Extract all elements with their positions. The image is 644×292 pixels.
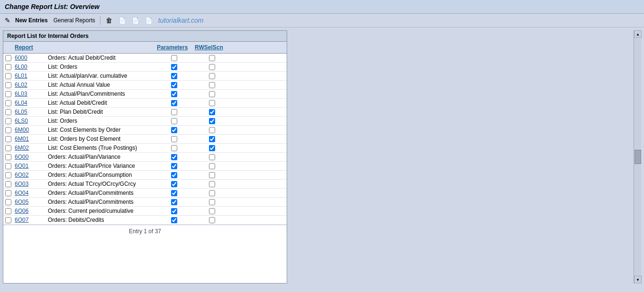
- rwsel-checkbox[interactable]: [193, 180, 231, 188]
- report-code[interactable]: 6L00: [13, 63, 46, 71]
- row-select-checkbox[interactable]: [3, 99, 13, 107]
- report-code[interactable]: 6L02: [13, 81, 46, 89]
- report-code[interactable]: 6O07: [13, 216, 46, 224]
- param-checkbox[interactable]: [155, 90, 193, 98]
- param-checkbox[interactable]: [155, 198, 193, 206]
- row-select-checkbox[interactable]: [3, 81, 13, 89]
- row-select-checkbox[interactable]: [3, 198, 13, 206]
- param-checkbox[interactable]: [155, 99, 193, 107]
- report-code[interactable]: 6O04: [13, 189, 46, 197]
- param-checkbox[interactable]: [155, 180, 193, 188]
- rwsel-checkbox[interactable]: [193, 63, 231, 71]
- row-select-checkbox[interactable]: [3, 180, 13, 188]
- rwsel-checkbox[interactable]: [193, 72, 231, 80]
- rwsel-checkbox[interactable]: [193, 126, 231, 134]
- row-select-checkbox[interactable]: [3, 207, 13, 215]
- param-checkbox[interactable]: [155, 207, 193, 215]
- copy-button-2[interactable]: 📄: [130, 16, 141, 25]
- table-row: 6M01List: Orders by Cost Element: [3, 135, 287, 144]
- table-row: 6M02List: Cost Elements (True Postings): [3, 144, 287, 153]
- row-select-checkbox[interactable]: [3, 135, 13, 143]
- scroll-down-button[interactable]: ▼: [634, 276, 642, 283]
- report-description: List: Plan Debit/Credit: [46, 108, 155, 116]
- param-checkbox[interactable]: [155, 63, 193, 71]
- general-reports-button[interactable]: General Reports: [52, 16, 97, 25]
- param-checkbox[interactable]: [155, 54, 193, 62]
- report-description: Orders: Actual Debit/Credit: [46, 54, 155, 62]
- rwsel-checkbox[interactable]: [193, 189, 231, 197]
- param-checkbox[interactable]: [155, 117, 193, 125]
- report-code[interactable]: 6M00: [13, 126, 46, 134]
- report-code[interactable]: 6O06: [13, 207, 46, 215]
- table-row: 6O07Orders: Debits/Credits: [3, 216, 287, 225]
- param-checkbox[interactable]: [155, 216, 193, 224]
- row-select-checkbox[interactable]: [3, 189, 13, 197]
- delete-button[interactable]: 🗑: [103, 16, 115, 25]
- rwsel-checkbox[interactable]: [193, 153, 231, 161]
- report-description: Orders: Debits/Credits: [46, 216, 155, 224]
- row-select-checkbox[interactable]: [3, 117, 13, 125]
- rwsel-checkbox[interactable]: [193, 90, 231, 98]
- rwsel-checkbox[interactable]: [193, 135, 231, 143]
- table-row: 6O03Orders: Actual TCrcy/OCrcy/GCrcy: [3, 180, 287, 189]
- param-checkbox[interactable]: [155, 72, 193, 80]
- rwsel-checkbox[interactable]: [193, 171, 231, 179]
- row-select-checkbox[interactable]: [3, 126, 13, 134]
- row-select-checkbox[interactable]: [3, 162, 13, 170]
- row-select-checkbox[interactable]: [3, 54, 13, 62]
- new-entries-button[interactable]: New Entries: [13, 16, 50, 25]
- row-select-checkbox[interactable]: [3, 72, 13, 80]
- report-code[interactable]: 6O00: [13, 153, 46, 161]
- rwsel-checkbox[interactable]: [193, 162, 231, 170]
- report-code[interactable]: 6O01: [13, 162, 46, 170]
- param-checkbox[interactable]: [155, 126, 193, 134]
- param-checkbox[interactable]: [155, 171, 193, 179]
- report-description: Orders: Actual/Plan/Commitments: [46, 189, 155, 197]
- param-checkbox[interactable]: [155, 189, 193, 197]
- param-checkbox[interactable]: [155, 144, 193, 152]
- param-checkbox[interactable]: [155, 81, 193, 89]
- report-code[interactable]: 6L04: [13, 99, 46, 107]
- vertical-scrollbar[interactable]: ▲ ▼: [634, 30, 641, 283]
- report-code[interactable]: 6O03: [13, 180, 46, 188]
- param-checkbox[interactable]: [155, 108, 193, 116]
- copy-button-1[interactable]: 📄: [117, 16, 128, 25]
- row-select-checkbox[interactable]: [3, 63, 13, 71]
- row-select-checkbox[interactable]: [3, 90, 13, 98]
- table-title: Report List for Internal Orders: [3, 31, 287, 42]
- report-description: List: Orders by Cost Element: [46, 135, 155, 143]
- report-code[interactable]: 6L03: [13, 90, 46, 98]
- row-select-checkbox[interactable]: [3, 144, 13, 152]
- rwsel-checkbox[interactable]: [193, 99, 231, 107]
- report-description: Orders: Actual/Plan/Variance: [46, 153, 155, 161]
- row-select-checkbox[interactable]: [3, 153, 13, 161]
- rwsel-checkbox[interactable]: [193, 144, 231, 152]
- rwsel-checkbox[interactable]: [193, 207, 231, 215]
- report-code[interactable]: 6O05: [13, 198, 46, 206]
- report-code[interactable]: 6LS0: [13, 117, 46, 125]
- report-code[interactable]: 6L05: [13, 108, 46, 116]
- rwsel-checkbox[interactable]: [193, 216, 231, 224]
- report-code[interactable]: 6000: [13, 54, 46, 62]
- report-code[interactable]: 6M01: [13, 135, 46, 143]
- scroll-up-button[interactable]: ▲: [634, 30, 642, 38]
- row-select-checkbox[interactable]: [3, 216, 13, 224]
- param-checkbox[interactable]: [155, 162, 193, 170]
- report-code[interactable]: 6O02: [13, 171, 46, 179]
- row-select-checkbox[interactable]: [3, 171, 13, 179]
- report-code[interactable]: 6L01: [13, 72, 46, 80]
- row-select-checkbox[interactable]: [3, 108, 13, 116]
- rwsel-checkbox[interactable]: [193, 198, 231, 206]
- scroll-thumb[interactable]: [635, 150, 641, 164]
- report-description: List: Cost Elements (True Postings): [46, 144, 155, 152]
- toolbar: ✎ New Entries General Reports 🗑 📄 📄 📄 tu…: [0, 14, 644, 27]
- rwsel-checkbox[interactable]: [193, 81, 231, 89]
- param-checkbox[interactable]: [155, 153, 193, 161]
- rwsel-checkbox[interactable]: [193, 54, 231, 62]
- rwsel-checkbox[interactable]: [193, 108, 231, 116]
- param-checkbox[interactable]: [155, 135, 193, 143]
- title-bar: Change Report List: Overview: [0, 0, 644, 14]
- rwsel-checkbox[interactable]: [193, 117, 231, 125]
- copy-button-3[interactable]: 📄: [143, 16, 154, 25]
- report-code[interactable]: 6M02: [13, 144, 46, 152]
